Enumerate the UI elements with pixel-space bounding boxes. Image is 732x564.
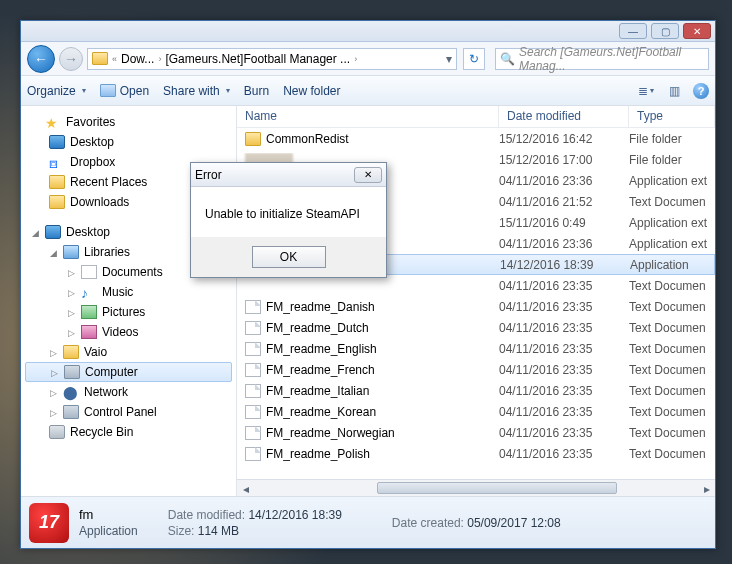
file-type: Text Documen	[629, 279, 715, 293]
file-row[interactable]: CommonRedist15/12/2016 16:42File folder	[237, 128, 715, 149]
scrollbar-thumb[interactable]	[377, 482, 617, 494]
file-type: Application ext	[629, 237, 715, 251]
tree-computer[interactable]: ▷Computer	[25, 362, 232, 382]
ok-button[interactable]: OK	[252, 246, 326, 268]
dialog-body: Unable to initialize SteamAPI	[191, 187, 386, 237]
tree-desktop[interactable]: Desktop	[25, 132, 232, 152]
file-type: Text Documen	[629, 426, 715, 440]
explorer-window: — ▢ ✕ ← → « Dow... › [Gameurs.Net]Footba…	[20, 20, 716, 549]
breadcrumb-part[interactable]: [Gameurs.Net]Football Manager ...	[165, 52, 350, 66]
file-row[interactable]: FM_readme_Dutch04/11/2016 23:35Text Docu…	[237, 317, 715, 338]
organize-button[interactable]: Organize	[27, 84, 86, 98]
file-type: Text Documen	[629, 405, 715, 419]
details-pane: 17 fm Application Date modified: 14/12/2…	[21, 496, 715, 548]
tree-vaio[interactable]: ▷Vaio	[25, 342, 232, 362]
breadcrumb[interactable]: « Dow... › [Gameurs.Net]Football Manager…	[87, 48, 457, 70]
tree-music[interactable]: ▷♪Music	[25, 282, 232, 302]
file-type: Text Documen	[629, 195, 715, 209]
file-date: 04/11/2016 23:35	[499, 279, 629, 293]
file-row[interactable]: FM_readme_French04/11/2016 23:35Text Doc…	[237, 359, 715, 380]
file-date: 04/11/2016 23:35	[499, 300, 629, 314]
file-name: CommonRedist	[266, 132, 349, 146]
file-icon	[245, 447, 261, 461]
tree-network[interactable]: ▷⬤Network	[25, 382, 232, 402]
minimize-button[interactable]: —	[619, 23, 647, 39]
file-type: Text Documen	[629, 300, 715, 314]
file-icon	[245, 426, 261, 440]
details-type: Application	[79, 524, 138, 538]
open-icon	[100, 84, 116, 97]
file-row[interactable]: FM_readme_Norwegian04/11/2016 23:35Text …	[237, 422, 715, 443]
file-row[interactable]: FM_readme_Polish04/11/2016 23:35Text Doc…	[237, 443, 715, 464]
file-icon	[245, 384, 261, 398]
file-row[interactable]: FM_readme_English04/11/2016 23:35Text Do…	[237, 338, 715, 359]
file-type: Text Documen	[629, 321, 715, 335]
file-date: 15/11/2016 0:49	[499, 216, 629, 230]
help-icon[interactable]: ?	[693, 83, 709, 99]
col-date[interactable]: Date modified	[499, 106, 629, 127]
dialog-footer: OK	[191, 237, 386, 277]
file-row[interactable]: FM_readme_Danish04/11/2016 23:35Text Doc…	[237, 296, 715, 317]
details-name: fm	[79, 507, 138, 522]
chevron-icon: ›	[158, 54, 161, 64]
tree-favorites[interactable]: ★Favorites	[25, 112, 232, 132]
file-icon	[245, 321, 261, 335]
file-name: FM_readme_English	[266, 342, 377, 356]
file-icon	[245, 405, 261, 419]
error-dialog: Error ✕ Unable to initialize SteamAPI OK	[190, 162, 387, 278]
dialog-title: Error	[195, 168, 222, 182]
file-date: 04/11/2016 23:36	[499, 174, 629, 188]
tree-control-panel[interactable]: ▷Control Panel	[25, 402, 232, 422]
col-name[interactable]: Name	[237, 106, 499, 127]
file-date: 04/11/2016 23:36	[499, 237, 629, 251]
search-placeholder: Search [Gameurs.Net]Football Manag...	[519, 45, 704, 73]
file-name: FM_readme_French	[266, 363, 375, 377]
maximize-button[interactable]: ▢	[651, 23, 679, 39]
file-type: Application ext	[629, 174, 715, 188]
file-name: FM_readme_Dutch	[266, 321, 369, 335]
burn-button[interactable]: Burn	[244, 84, 269, 98]
toolbar: Organize Open Share with Burn New folder…	[21, 76, 715, 106]
horizontal-scrollbar[interactable]: ◂ ▸	[237, 479, 715, 496]
file-date: 04/11/2016 23:35	[499, 447, 629, 461]
breadcrumb-part[interactable]: Dow...	[121, 52, 154, 66]
tree-recycle-bin[interactable]: Recycle Bin	[25, 422, 232, 442]
forward-button[interactable]: →	[59, 47, 83, 71]
tree-pictures[interactable]: ▷Pictures	[25, 302, 232, 322]
file-type: Text Documen	[629, 447, 715, 461]
file-type: Application	[630, 258, 714, 272]
refresh-button[interactable]: ↻	[463, 48, 485, 70]
titlebar: — ▢ ✕	[21, 21, 715, 42]
folder-icon	[245, 132, 261, 146]
file-date: 14/12/2016 18:39	[500, 258, 630, 272]
app-icon: 17	[29, 503, 69, 543]
file-type: Text Documen	[629, 363, 715, 377]
file-row[interactable]: 04/11/2016 23:35Text Documen	[237, 275, 715, 296]
open-button[interactable]: Open	[100, 84, 149, 98]
folder-icon	[92, 52, 108, 65]
breadcrumb-dropdown-icon[interactable]: ▾	[446, 52, 452, 66]
close-button[interactable]: ✕	[683, 23, 711, 39]
file-type: Application ext	[629, 216, 715, 230]
file-row[interactable]: FM_readme_Italian04/11/2016 23:35Text Do…	[237, 380, 715, 401]
scroll-left-icon[interactable]: ◂	[237, 480, 254, 497]
tree-videos[interactable]: ▷Videos	[25, 322, 232, 342]
preview-pane-button[interactable]: ▥	[665, 82, 683, 100]
scroll-right-icon[interactable]: ▸	[698, 480, 715, 497]
file-name: FM_readme_Polish	[266, 447, 370, 461]
dialog-close-button[interactable]: ✕	[354, 167, 382, 183]
search-input[interactable]: 🔍 Search [Gameurs.Net]Football Manag...	[495, 48, 709, 70]
file-date: 04/11/2016 23:35	[499, 321, 629, 335]
new-folder-button[interactable]: New folder	[283, 84, 340, 98]
file-row[interactable]: FM_readme_Korean04/11/2016 23:35Text Doc…	[237, 401, 715, 422]
file-date: 04/11/2016 23:35	[499, 342, 629, 356]
file-date: 15/12/2016 17:00	[499, 153, 629, 167]
share-button[interactable]: Share with	[163, 84, 230, 98]
dialog-titlebar[interactable]: Error ✕	[191, 163, 386, 187]
file-icon	[245, 363, 261, 377]
col-type[interactable]: Type	[629, 106, 715, 127]
file-name: FM_readme_Korean	[266, 405, 376, 419]
view-button[interactable]: ≣	[637, 82, 655, 100]
file-date: 04/11/2016 23:35	[499, 363, 629, 377]
back-button[interactable]: ←	[27, 45, 55, 73]
